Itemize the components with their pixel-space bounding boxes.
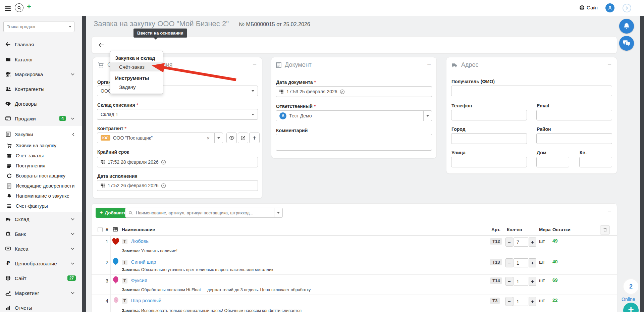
sidebar-item-sales[interactable]: Продажи 4 — [0, 111, 82, 126]
execution-date-input[interactable]: 17:52 26 февраля 2026 — [97, 180, 258, 191]
clear-circle-icon[interactable] — [161, 183, 166, 188]
contractor-select[interactable]: ЮЛ ООО "Поставщик" × — [97, 133, 223, 143]
sidebar-item-reports[interactable]: Отчеты — [0, 300, 82, 312]
sidebar-item-bank[interactable]: Банк — [0, 226, 82, 241]
sidebar-item-site[interactable]: Сайт 27 — [0, 271, 82, 285]
chevron-down-icon[interactable] — [423, 111, 432, 121]
district-input[interactable] — [536, 133, 612, 144]
responsible-select[interactable]: Тест Демо — [276, 110, 432, 121]
sidebar-item-contracts[interactable]: Договоры — [0, 96, 82, 111]
item-name-link[interactable]: Шар розовый — [131, 298, 161, 303]
search-icon[interactable] — [15, 3, 23, 12]
apartment-input[interactable] — [579, 157, 612, 167]
street-input[interactable] — [451, 157, 527, 167]
arrow-left-icon — [5, 42, 11, 47]
bell-icon — [6, 194, 12, 199]
qty-plus-button[interactable]: + — [529, 258, 536, 267]
product-image-red-heart[interactable] — [112, 238, 120, 247]
collapse-address[interactable]: − — [607, 61, 611, 67]
qty-input[interactable] — [514, 238, 528, 247]
menu-item-invoice-order[interactable]: Счёт-заказ — [110, 62, 163, 71]
menu-item-task[interactable]: Задачу — [110, 83, 163, 92]
chevron-down-icon[interactable] — [214, 133, 223, 143]
city-input[interactable] — [451, 133, 527, 144]
doc-number: № МБ0000015 от 25.02.2026 — [239, 21, 310, 28]
sidebar-subitem-outgoing-poa[interactable]: Исходящие доверенности — [0, 181, 82, 191]
qty-minus-button[interactable]: − — [505, 297, 513, 306]
comment-textarea[interactable] — [276, 134, 432, 151]
hamburger-menu-icon[interactable] — [5, 5, 11, 12]
sidebar-item-marketing[interactable]: Маркетинг — [0, 285, 82, 300]
add-widget-button[interactable]: + — [623, 303, 639, 312]
collapse-main-info[interactable]: − — [253, 61, 257, 67]
sidebar-item-purchases[interactable]: Закупки — [0, 127, 82, 142]
house-label: Дом — [537, 150, 546, 155]
qty-plus-button[interactable]: + — [529, 277, 536, 286]
phone-input[interactable] — [451, 110, 527, 120]
item-search-select[interactable] — [125, 208, 283, 218]
add-icon[interactable]: + — [27, 3, 31, 10]
warehouse-select[interactable]: Склад 1 — [97, 109, 258, 120]
chevron-down-icon — [252, 90, 254, 93]
calendar-icon — [101, 160, 105, 164]
back-button[interactable] — [96, 40, 106, 50]
qty-input[interactable] — [514, 258, 528, 267]
product-image-pink-balloon[interactable] — [113, 297, 119, 306]
edit-contractor-button[interactable] — [238, 133, 248, 143]
chevron-right-icon[interactable] — [623, 4, 631, 12]
chat-button[interactable] — [619, 36, 634, 51]
product-image-blue-balloon[interactable] — [112, 258, 119, 268]
notifications-button[interactable] — [619, 19, 634, 34]
clear-icon[interactable]: × — [207, 135, 212, 141]
sidebar-subitem-invoices[interactable]: Счет-фактуры — [0, 201, 82, 211]
chevron-down-icon[interactable] — [66, 21, 74, 32]
user-avatar — [279, 112, 286, 119]
sidebar-scrollbar[interactable] — [82, 16, 86, 312]
sidebar-item-cash[interactable]: Касса — [0, 241, 82, 256]
clear-circle-icon[interactable] — [340, 89, 345, 94]
view-contractor-button[interactable] — [226, 133, 237, 143]
chevron-down-icon[interactable] — [274, 208, 282, 217]
qty-input[interactable] — [514, 277, 528, 286]
sidebar-subitem-purchase-reminder[interactable]: Напоминание о закупке — [0, 191, 82, 201]
qty-input[interactable] — [514, 297, 528, 306]
item-search-input[interactable] — [133, 210, 274, 215]
clear-circle-icon[interactable] — [161, 160, 166, 165]
recipient-input[interactable] — [451, 86, 612, 96]
item-name-link[interactable]: Фуксия — [131, 278, 147, 283]
sidebar-subitem-invoice-orders[interactable]: Счет-заказы — [0, 151, 82, 161]
qty-plus-button[interactable]: + — [529, 238, 536, 247]
site-link[interactable]: Сайт — [587, 5, 598, 10]
sidebar-item-warehouse[interactable]: Склад — [0, 212, 82, 226]
qty-minus-button[interactable]: − — [505, 277, 513, 286]
select-all-checkbox[interactable] — [98, 227, 103, 232]
sidebar-item-pricing[interactable]: ₽ Ценообразование — [0, 256, 82, 271]
delete-rows-button[interactable] — [600, 225, 610, 235]
unit-value: шт — [539, 298, 545, 303]
sidebar-item-home[interactable]: Главная — [0, 37, 82, 52]
qty-plus-button[interactable]: + — [529, 297, 536, 306]
sidebar-item-catalog[interactable]: Каталог — [0, 52, 82, 67]
qty-minus-button[interactable]: − — [505, 238, 513, 247]
sidebar-item-contractors[interactable]: Контрагенты — [0, 82, 82, 96]
add-contractor-button[interactable]: + — [249, 133, 260, 143]
house-input[interactable] — [536, 157, 569, 167]
sidebar-subitem-purchase-requests[interactable]: Заявки на закупку — [0, 141, 82, 151]
collapse-items[interactable]: − — [607, 208, 611, 214]
item-name-link[interactable]: Любовь — [131, 239, 149, 244]
row-num: 1 — [106, 239, 108, 244]
doc-date-input[interactable]: 17:53 25 февраля 2026 — [276, 86, 432, 97]
sidebar-item-marking[interactable]: Маркировка — [0, 67, 82, 82]
deadline-input[interactable]: 17:52 28 февраля 2026 — [97, 157, 258, 167]
qty-minus-button[interactable]: − — [505, 258, 513, 267]
item-name-link[interactable]: Синий шар — [131, 259, 156, 265]
sidebar-subitem-receipts[interactable]: Поступления — [0, 161, 82, 171]
sidebar-subitem-supplier-returns[interactable]: Возвраты поставщику — [0, 171, 82, 181]
page-scrollbar[interactable] — [640, 0, 644, 312]
user-avatar[interactable] — [605, 3, 614, 12]
product-image-magenta-balloon[interactable] — [112, 276, 119, 287]
collapse-document[interactable]: − — [427, 61, 431, 67]
point-of-sale-select[interactable] — [3, 21, 74, 32]
point-of-sale-input[interactable] — [4, 24, 66, 29]
email-input[interactable] — [536, 110, 612, 120]
